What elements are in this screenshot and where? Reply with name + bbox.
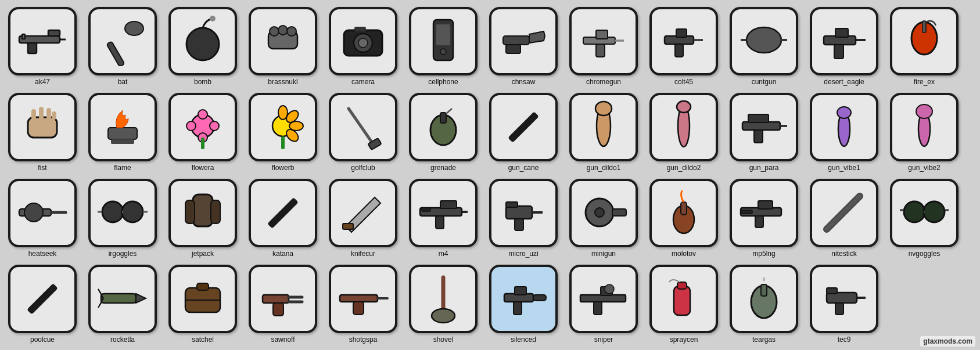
weapon-icon-box-sniper[interactable] xyxy=(569,265,638,333)
weapon-item-spraycen[interactable]: spraycen xyxy=(646,265,721,344)
weapon-icon-box-m4[interactable] xyxy=(409,179,478,247)
weapon-icon-box-molotov[interactable] xyxy=(649,179,718,247)
weapon-item-chnsaw[interactable]: chnsaw xyxy=(486,7,561,86)
weapon-item-gun_dildo2[interactable]: gun_dildo2 xyxy=(646,93,721,172)
weapon-item-minigun[interactable]: minigun xyxy=(566,179,641,258)
weapon-icon-box-gun_vibe1[interactable] xyxy=(810,93,878,161)
weapon-icon-box-micro_uzi[interactable] xyxy=(489,179,558,247)
weapon-item-silenced[interactable]: silenced xyxy=(486,265,561,344)
weapon-item-ak47[interactable]: ak47 xyxy=(5,7,80,86)
weapon-item-bomb[interactable]: bomb xyxy=(165,7,240,86)
weapon-item-cuntgun[interactable]: cuntgun xyxy=(726,7,802,86)
weapon-icon-box-gun_dildo1[interactable] xyxy=(569,93,638,161)
weapon-icon-box-brassnukl[interactable] xyxy=(249,7,317,75)
weapon-item-golfclub[interactable]: golfclub xyxy=(325,93,401,172)
weapon-item-nitestick[interactable]: nitestick xyxy=(806,179,882,258)
weapon-icon-box-rocketla[interactable] xyxy=(88,265,157,333)
weapon-icon-box-camera[interactable] xyxy=(329,7,397,75)
weapon-item-fist[interactable]: fist xyxy=(5,93,80,172)
weapon-label-ak47: ak47 xyxy=(35,78,50,86)
weapon-icon-box-fire_ex[interactable] xyxy=(890,7,959,75)
weapon-icon-box-gun_vibe2[interactable] xyxy=(890,93,959,161)
weapon-item-poolcue[interactable]: poolcue xyxy=(5,265,80,344)
svg-line-58 xyxy=(349,109,375,146)
weapon-item-grenade[interactable]: grenade xyxy=(405,93,481,172)
weapon-icon-box-nitestick[interactable] xyxy=(810,179,878,247)
weapon-icon-box-satchel[interactable] xyxy=(168,265,237,333)
weapon-item-knifecur[interactable]: knifecur xyxy=(325,179,401,258)
weapon-icon-box-mp5lng[interactable] xyxy=(730,179,798,247)
weapon-item-gun_cane[interactable]: gun_cane xyxy=(486,93,561,172)
weapon-item-satchel[interactable]: satchel xyxy=(165,265,240,344)
weapon-icon-box-gun_para[interactable] xyxy=(730,93,798,161)
weapon-item-gun_dildo1[interactable]: gun_dildo1 xyxy=(566,93,641,172)
weapon-item-micro_uzi[interactable]: micro_uzi xyxy=(486,179,561,258)
weapon-icon-box-fist[interactable] xyxy=(8,93,77,161)
weapon-item-desert_eagle[interactable]: desert_eagle xyxy=(806,7,882,86)
weapon-item-gun_vibe2[interactable]: gun_vibe2 xyxy=(886,93,962,172)
weapon-item-molotov[interactable]: molotov xyxy=(646,179,721,258)
weapon-item-rocketla[interactable]: rocketla xyxy=(85,265,160,344)
weapon-icon-box-gun_cane[interactable] xyxy=(489,93,558,161)
weapon-svg-cuntgun xyxy=(738,14,790,68)
weapon-item-brassnukl[interactable]: brassnukl xyxy=(245,7,321,86)
weapon-icon-box-cellphone[interactable] xyxy=(409,7,478,75)
weapon-icon-box-knifecur[interactable] xyxy=(329,179,397,247)
weapon-icon-box-shotgspa[interactable] xyxy=(329,265,397,333)
weapon-icon-box-shovel[interactable] xyxy=(409,265,478,333)
weapon-icon-box-gun_dildo2[interactable] xyxy=(649,93,718,161)
svg-point-5 xyxy=(125,21,143,35)
weapon-icon-box-nvgoggles[interactable] xyxy=(890,179,959,247)
weapon-item-mp5lng[interactable]: mp5lng xyxy=(726,179,802,258)
weapon-item-shotgspa[interactable]: shotgspa xyxy=(325,265,401,344)
weapon-item-gun_vibe1[interactable]: gun_vibe1 xyxy=(806,93,882,172)
weapon-icon-box-spraycen[interactable] xyxy=(649,265,718,333)
weapon-item-m4[interactable]: m4 xyxy=(405,179,481,258)
weapon-icon-box-sawnoff[interactable] xyxy=(249,265,317,333)
weapon-icon-box-tec9[interactable] xyxy=(810,265,878,333)
weapon-icon-box-teargas[interactable] xyxy=(730,265,798,333)
weapon-item-katana[interactable]: katana xyxy=(245,179,321,258)
weapon-item-jetpack[interactable]: jetpack xyxy=(165,179,240,258)
weapon-icon-box-flowerb[interactable] xyxy=(249,93,317,161)
weapon-item-teargas[interactable]: teargas xyxy=(726,265,802,344)
weapon-icon-box-cuntgun[interactable] xyxy=(730,7,798,75)
weapon-icon-box-bomb[interactable] xyxy=(168,7,237,75)
weapon-icon-box-jetpack[interactable] xyxy=(168,179,237,247)
weapon-item-irgoggles[interactable]: irgoggles xyxy=(85,179,160,258)
weapon-item-tec9[interactable]: tec9 xyxy=(806,265,882,344)
weapon-icon-box-colt45[interactable] xyxy=(649,7,718,75)
weapon-icon-box-katana[interactable] xyxy=(249,179,317,247)
weapon-icon-box-bat[interactable] xyxy=(88,7,157,75)
weapon-item-heatseek[interactable]: heatseek xyxy=(5,179,80,258)
weapon-icon-box-chromegun[interactable] xyxy=(569,7,638,75)
weapon-icon-box-flowera[interactable] xyxy=(168,93,237,161)
weapon-item-gun_para[interactable]: gun_para xyxy=(726,93,802,172)
weapon-item-fire_ex[interactable]: fire_ex xyxy=(886,7,962,86)
weapon-item-sawnoff[interactable]: sawnoff xyxy=(245,265,321,344)
weapon-icon-box-poolcue[interactable] xyxy=(8,265,77,333)
weapon-item-flowerb[interactable]: flowerb xyxy=(245,93,321,172)
weapon-icon-box-chnsaw[interactable] xyxy=(489,7,558,75)
weapon-icon-box-golfclub[interactable] xyxy=(329,93,397,161)
weapon-item-flowera[interactable]: flowera xyxy=(165,93,240,172)
weapon-icon-box-silenced[interactable] xyxy=(489,265,558,333)
weapon-icon-box-minigun[interactable] xyxy=(569,179,638,247)
weapon-item-shovel[interactable]: shovel xyxy=(405,265,481,344)
weapon-icon-box-heatseek[interactable] xyxy=(8,179,77,247)
weapon-icon-box-ak47[interactable] xyxy=(8,7,77,75)
svg-rect-100 xyxy=(681,202,687,215)
weapon-item-flame[interactable]: flame xyxy=(85,93,160,172)
weapon-item-sniper[interactable]: sniper xyxy=(566,265,641,344)
weapon-item-bat[interactable]: bat xyxy=(85,7,160,86)
weapon-icon-box-desert_eagle[interactable] xyxy=(810,7,878,75)
weapon-item-camera[interactable]: camera xyxy=(325,7,401,86)
weapon-label-nitestick: nitestick xyxy=(831,250,856,258)
weapon-icon-box-irgoggles[interactable] xyxy=(88,179,157,247)
weapon-item-chromegun[interactable]: chromegun xyxy=(566,7,641,86)
weapon-icon-box-grenade[interactable] xyxy=(409,93,478,161)
weapon-item-colt45[interactable]: colt45 xyxy=(646,7,721,86)
weapon-item-cellphone[interactable]: cellphone xyxy=(405,7,481,86)
weapon-item-nvgoggles[interactable]: nvgoggles xyxy=(886,179,962,258)
weapon-icon-box-flame[interactable] xyxy=(88,93,157,161)
